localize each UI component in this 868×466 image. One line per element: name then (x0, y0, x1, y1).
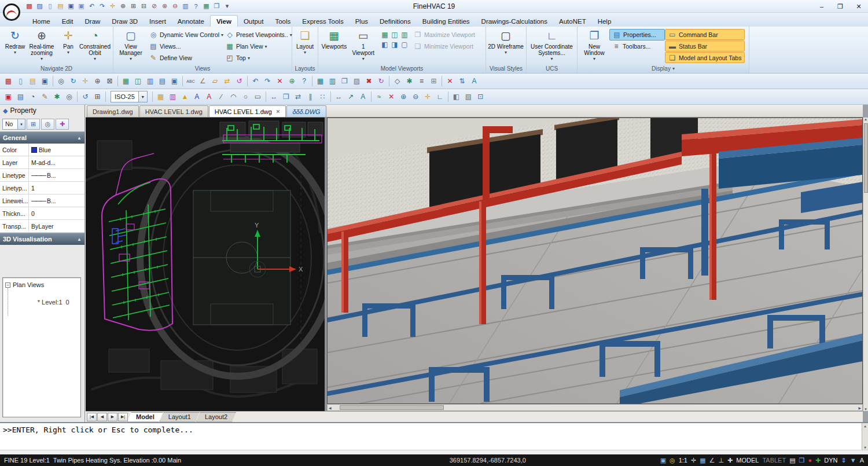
offset-icon[interactable]: ∥ (304, 91, 317, 103)
combobox-dropdown-icon[interactable]: ▾ (138, 91, 147, 102)
open-icon[interactable]: ▤ (27, 75, 39, 87)
cancel-red-icon[interactable]: ✖ (363, 75, 375, 87)
format-painter-icon[interactable]: ▣ (2, 91, 14, 103)
layer-tools-icon[interactable]: ▦ (201, 1, 211, 11)
document-tab[interactable]: HVAC LEVEL 1.dwg✕ (209, 105, 286, 117)
calculator-icon[interactable]: ⊞ (428, 75, 440, 87)
orbit-icon[interactable]: ↻ (67, 75, 79, 87)
materials-icon[interactable]: ▨ (462, 91, 475, 103)
arc-icon[interactable]: ◠ (227, 91, 240, 103)
section-header-3d-visualisation[interactable]: 3D Visualisation ▲ (0, 233, 84, 245)
recycle-icon[interactable]: ↻ (375, 75, 387, 87)
ribbon-tab-home[interactable]: Home (27, 16, 56, 27)
ribbon-tab-annotate[interactable]: Annotate (172, 16, 210, 27)
layer-walk-icon[interactable]: ▲ (179, 91, 191, 103)
ribbon-tab-help[interactable]: Help (592, 16, 617, 27)
bld-icon[interactable]: ▩ (2, 75, 14, 87)
close-button[interactable]: ✕ (849, 0, 868, 13)
pan-button[interactable]: ✛Pan▾ (55, 28, 82, 64)
property-row[interactable]: ColorBlue (0, 144, 84, 156)
app-logo-button[interactable] (3, 3, 20, 21)
swap-yellow-icon[interactable]: ⇄ (221, 75, 233, 87)
page-copy-icon[interactable]: ❐ (339, 75, 351, 87)
snap-target-icon[interactable]: ◎ (63, 91, 75, 103)
last-layout-button[interactable]: ▶| (118, 413, 128, 421)
ribbon-tab-edit[interactable]: Edit (56, 16, 79, 27)
help-icon[interactable]: ? (191, 1, 201, 11)
horizontal-scrollbar[interactable] (327, 404, 863, 411)
redo-icon[interactable]: ↷ (262, 75, 274, 87)
pan-view-icon[interactable]: ✛ (422, 91, 434, 103)
erase-icon[interactable]: ✕ (385, 91, 398, 103)
toolbar-options-icon[interactable]: ▾ (222, 1, 232, 11)
new-window-button[interactable]: ❐ New Window ▾ (579, 28, 609, 64)
collapse-section-icon[interactable]: ▲ (77, 135, 82, 141)
vertical-scrollbar[interactable] (863, 118, 868, 411)
save-icon[interactable]: ▣ (66, 1, 76, 11)
zoom-realtime-icon[interactable]: ⊕ (118, 1, 128, 11)
layout-preview-icon[interactable]: ❐ (799, 457, 805, 464)
layout-tab-layout1[interactable]: Layout1 (160, 412, 200, 422)
close-tab-icon[interactable]: ✕ (276, 109, 281, 115)
viewport-count-button[interactable]: ▭ 1 Viewport ▾ (348, 28, 378, 64)
ribbon-tab-definitions[interactable]: Definitions (374, 16, 417, 27)
collapse-section-icon[interactable]: ▲ (77, 237, 82, 242)
sketch-pen-icon[interactable]: ✎ (39, 91, 51, 103)
fields-teal-icon[interactable]: ▥ (326, 75, 339, 87)
viewport-scale-toggle[interactable]: 1:1 (679, 457, 687, 464)
save-as-icon[interactable]: ▣ (76, 1, 86, 11)
text-style-red-icon[interactable]: A (203, 91, 215, 103)
property-value[interactable]: ———B... (29, 195, 84, 207)
document-tab[interactable]: δδδ.DWG (286, 105, 326, 117)
define-view-button[interactable]: ✎Define View (146, 52, 223, 64)
tile-horizontal-icon[interactable]: ▥ (144, 75, 156, 87)
list-view-icon[interactable]: ≡ (415, 75, 428, 87)
crosshair-icon[interactable]: ✛ (691, 457, 696, 464)
ribbon-tab-draw[interactable]: Draw (79, 16, 106, 27)
3d-model-canvas[interactable] (328, 118, 863, 403)
model-layout-tabs-toggle-button[interactable]: ❏Model and Layout Tabs (665, 52, 745, 63)
mirror-icon[interactable]: ⇄ (292, 91, 304, 103)
combobox-dropdown-icon[interactable]: ▾ (17, 119, 25, 129)
select-objects-button[interactable]: ◎ (41, 119, 54, 130)
image-attach-icon[interactable]: ▨ (351, 75, 363, 87)
property-row[interactable]: Linetyp...1 (0, 182, 84, 195)
publish-icon[interactable]: ❐ (212, 1, 222, 11)
line-icon[interactable]: ∕ (215, 91, 227, 103)
erase-red-icon[interactable]: ✕ (274, 75, 286, 87)
maximize-button[interactable]: ❐ (831, 0, 849, 13)
tile-vertical-icon[interactable]: ▤ (156, 75, 168, 87)
ribbon-tab-tools[interactable]: Tools (269, 16, 296, 27)
property-value[interactable]: M-ad-d... (29, 156, 84, 168)
viewport-config-4-icon[interactable]: ◧ (380, 40, 389, 49)
viewport-split-icon[interactable]: ◫ (132, 75, 144, 87)
ribbon-tab-plus[interactable]: Plus (350, 16, 374, 27)
preset-viewpoints-button[interactable]: ◇Preset Viewpoints..▾ (223, 29, 290, 41)
document-tab[interactable]: Drawing1.dwg (87, 105, 139, 117)
pan-icon[interactable]: ✛ (108, 1, 117, 11)
undo-icon[interactable]: ↶ (249, 75, 262, 87)
new-drawing-icon[interactable]: ▯ (45, 1, 55, 11)
ribbon-tab-insert[interactable]: Insert (144, 16, 172, 27)
property-value[interactable]: ByLayer (29, 220, 84, 232)
viewport-config-6-icon[interactable]: ▢ (400, 40, 409, 49)
realtime-zooming-button[interactable]: ⊕Real-time zooming▾ (28, 28, 55, 64)
zoom-window-icon[interactable]: ⊞ (128, 1, 138, 11)
layout-tab-layout2[interactable]: Layout2 (196, 412, 236, 422)
compass-icon[interactable]: ◔ (27, 91, 39, 103)
prev-layout-button[interactable]: ◀ (97, 413, 107, 421)
ribbon-tab-output[interactable]: Output (238, 16, 270, 27)
refresh-magenta-icon[interactable]: ↺ (233, 75, 245, 87)
quick-select-button[interactable]: ⊞ (27, 119, 40, 130)
command-bar-toggle-button[interactable]: ▭Command Bar (665, 29, 745, 40)
toolbars-button[interactable]: ≡Toolbars... (609, 41, 665, 52)
viewport-config-3-icon[interactable]: ▥ (400, 30, 409, 39)
zoom-out-icon[interactable]: ⊖ (410, 91, 422, 103)
plan-view-button[interactable]: ▦Plan View▾ (223, 41, 290, 52)
no-entry-3-icon[interactable]: ⊖ (170, 1, 180, 11)
sheet-icon[interactable]: ▤ (789, 457, 795, 464)
rectangle-icon[interactable]: ▭ (252, 91, 264, 103)
osnap-icon[interactable]: ✚ (727, 457, 733, 464)
layout-tab-model[interactable]: Model (127, 412, 163, 422)
annotation-scale-icon[interactable]: ▼ (850, 457, 856, 464)
